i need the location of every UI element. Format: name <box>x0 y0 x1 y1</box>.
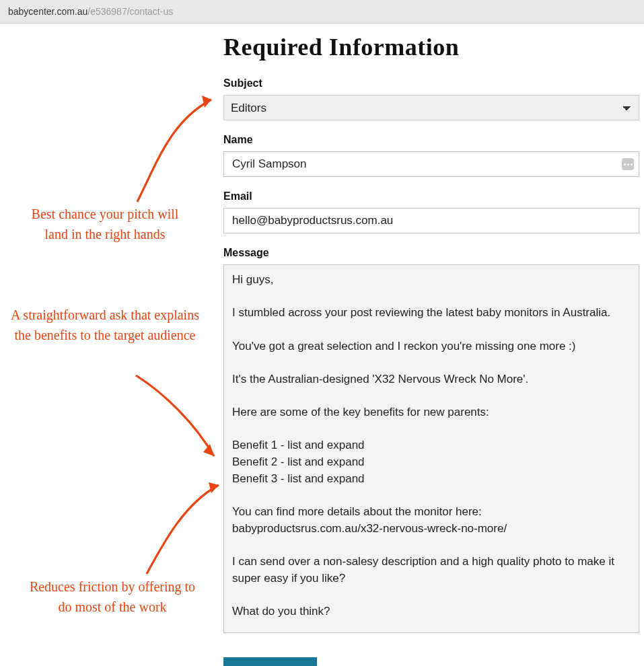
message-textarea[interactable]: Hi guys, I stumbled across your post rev… <box>223 264 639 633</box>
url-domain: babycenter.com.au <box>8 6 87 17</box>
arrow-icon <box>128 370 225 468</box>
annotation-straightforward-ask: A straightforward ask that explains the … <box>11 305 199 345</box>
page-title: Required Information <box>223 33 639 61</box>
email-label: Email <box>223 190 639 202</box>
annotation-pitch-right-hands: Best chance your pitch will land in the … <box>24 204 186 244</box>
svg-marker-1 <box>203 444 214 456</box>
url-path: /e536987/contact-us <box>87 6 173 17</box>
url-bar[interactable]: babycenter.com.au/e536987/contact-us <box>0 0 644 24</box>
email-field[interactable] <box>223 208 639 233</box>
autofill-icon[interactable] <box>622 158 634 170</box>
message-label: Message <box>223 247 639 259</box>
arrow-icon <box>135 480 225 581</box>
svg-marker-0 <box>202 96 211 108</box>
arrow-icon <box>124 94 225 209</box>
subject-label: Subject <box>223 77 639 89</box>
name-field[interactable] <box>223 151 639 177</box>
contact-form: Required Information Subject Editors Nam… <box>223 24 639 666</box>
svg-marker-2 <box>209 482 219 493</box>
annotation-reduces-friction: Reduces friction by offering to do most … <box>28 577 196 617</box>
subject-select[interactable]: Editors <box>223 95 639 120</box>
name-label: Name <box>223 134 639 146</box>
submit-button[interactable]: SUBMIT <box>223 657 317 666</box>
